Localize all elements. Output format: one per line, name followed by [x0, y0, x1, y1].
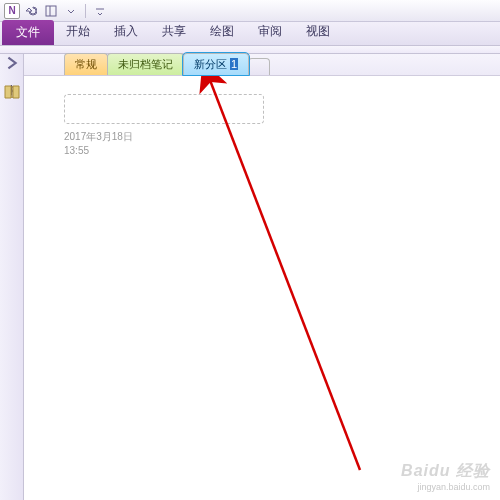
toggle-panel-button[interactable] — [42, 2, 60, 20]
ribbon-tabs: 文件 开始 插入 共享 绘图 审阅 视图 — [0, 22, 500, 46]
page-meta: 2017年3月18日 13:55 — [64, 130, 488, 158]
workspace: 个人 常规 未归档笔记 新分区 1 2017年3月18日 13:55 — [0, 54, 500, 500]
file-tab[interactable]: 文件 — [2, 20, 54, 45]
ribbon-tab-view[interactable]: 视图 — [294, 19, 342, 45]
section-tabs: 常规 未归档笔记 新分区 1 — [24, 54, 500, 76]
expand-nav-button[interactable] — [3, 56, 21, 70]
ribbon-tab-share[interactable]: 共享 — [150, 19, 198, 45]
section-tab-new-editable[interactable]: 1 — [230, 58, 238, 70]
undo-button[interactable] — [22, 2, 40, 20]
watermark-line2: jingyan.baidu.com — [401, 482, 490, 492]
content-area: 常规 未归档笔记 新分区 1 2017年3月18日 13:55 — [24, 54, 500, 500]
app-icon: N — [4, 3, 20, 19]
qat-dropdown-button[interactable] — [62, 2, 80, 20]
page-title-input[interactable] — [64, 94, 264, 124]
watermark-line1: Baidu 经验 — [401, 461, 490, 482]
notebook-icon[interactable] — [3, 84, 21, 100]
section-tab-new-prefix: 新分区 — [194, 58, 230, 70]
section-tab-general[interactable]: 常规 — [64, 53, 108, 75]
page-canvas[interactable]: 2017年3月18日 13:55 — [24, 76, 500, 500]
section-tab-new[interactable]: 新分区 1 — [183, 53, 249, 75]
svg-rect-0 — [46, 6, 56, 16]
ribbon-tab-home[interactable]: 开始 — [54, 19, 102, 45]
watermark: Baidu 经验 jingyan.baidu.com — [401, 461, 490, 492]
qat-more-button[interactable] — [91, 2, 109, 20]
divider — [85, 4, 86, 18]
page-time: 13:55 — [64, 144, 488, 158]
ribbon-tab-insert[interactable]: 插入 — [102, 19, 150, 45]
ribbon-tab-review[interactable]: 审阅 — [246, 19, 294, 45]
page-date: 2017年3月18日 — [64, 130, 488, 144]
section-tab-unfiled[interactable]: 未归档笔记 — [107, 53, 184, 75]
notebook-nav-rail: 个人 — [0, 54, 24, 500]
ribbon-tab-draw[interactable]: 绘图 — [198, 19, 246, 45]
add-section-button[interactable] — [248, 58, 270, 75]
